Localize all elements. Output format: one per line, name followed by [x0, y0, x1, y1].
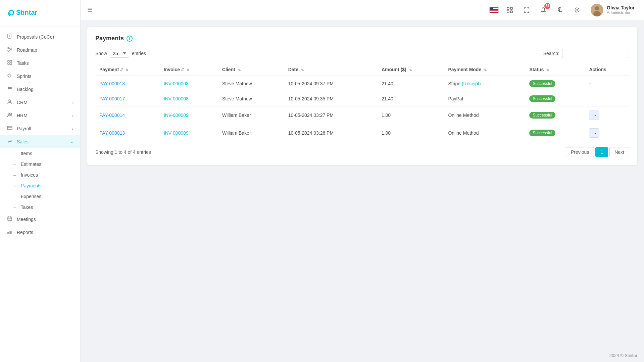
- entries-select[interactable]: 25 10 50 100: [110, 49, 129, 58]
- sidebar-item-payroll[interactable]: Payroll ›: [0, 122, 80, 135]
- sub-dash-icon: –: [13, 183, 16, 188]
- crm-icon: [7, 99, 13, 105]
- settings-gear-icon[interactable]: [571, 4, 583, 16]
- svg-rect-26: [510, 7, 512, 9]
- apps-grid-icon[interactable]: [504, 4, 515, 16]
- user-info: Olivia Taylor Administrator: [607, 5, 635, 15]
- cell-payment-mode: Online Method: [444, 106, 525, 124]
- cell-invoice-num: INV-000008: [160, 76, 218, 91]
- table-row: PAY-000014 INV-000009 William Baker 10-0…: [95, 106, 629, 124]
- receipt-link[interactable]: (Receipt): [462, 81, 481, 86]
- sidebar-sub-item-payments-label: Payments: [21, 183, 42, 188]
- pagination: Previous 1 Next: [566, 147, 629, 157]
- info-icon[interactable]: i: [127, 36, 133, 42]
- sidebar-item-sales[interactable]: Sales ⌄: [0, 135, 80, 148]
- cell-actions: -: [585, 76, 629, 91]
- expand-icon[interactable]: [521, 4, 532, 16]
- sidebar-item-hrm[interactable]: HRM ›: [0, 109, 80, 122]
- payment-link[interactable]: PAY-000017: [99, 96, 125, 101]
- sort-icon[interactable]: ⇅: [546, 68, 549, 72]
- col-client: Client ⇅: [218, 63, 284, 76]
- sidebar-item-tasks-label: Tasks: [17, 60, 29, 66]
- sidebar-item-proposals[interactable]: Proposals (CoCo): [0, 30, 80, 43]
- show-label: Show: [95, 51, 107, 56]
- sidebar-item-sales-label: Sales: [17, 139, 29, 144]
- showing-entries-text: Showing 1 to 4 of 4 entries: [95, 149, 151, 155]
- next-button[interactable]: Next: [609, 147, 629, 157]
- notification-bell-icon[interactable]: 54: [538, 4, 549, 16]
- sidebar-item-tasks[interactable]: Tasks: [0, 56, 80, 70]
- sub-dash-icon: –: [13, 151, 16, 156]
- sidebar-item-crm[interactable]: CRM ›: [0, 96, 80, 109]
- status-badge: Successful: [529, 112, 555, 119]
- sort-icon[interactable]: ⇅: [126, 68, 128, 72]
- sidebar-item-backlog[interactable]: Backlog: [0, 83, 80, 96]
- svg-point-4: [8, 47, 9, 49]
- search-input[interactable]: [562, 49, 629, 58]
- sort-icon[interactable]: ⇅: [409, 68, 412, 72]
- sort-icon[interactable]: ⇅: [484, 68, 487, 72]
- table-footer: Showing 1 to 4 of 4 entries Previous 1 N…: [95, 147, 629, 157]
- dark-mode-icon[interactable]: [554, 4, 566, 16]
- action-menu-button[interactable]: ···: [589, 128, 599, 138]
- cell-status: Successful: [525, 76, 585, 91]
- cell-amount: 21.40: [378, 91, 444, 106]
- cell-payment-mode: PayPal: [444, 91, 525, 106]
- status-badge: Successful: [529, 80, 555, 87]
- cell-amount: 1.00: [378, 106, 444, 124]
- action-menu-button[interactable]: ···: [589, 110, 599, 120]
- invoice-link[interactable]: INV-000009: [164, 112, 189, 118]
- cell-payment-num: PAY-000013: [95, 124, 160, 142]
- cell-client: William Baker: [218, 124, 284, 142]
- language-flag-icon[interactable]: [489, 7, 499, 13]
- svg-point-33: [593, 11, 601, 16]
- page-1-button[interactable]: 1: [595, 147, 608, 157]
- sidebar-sub-item-items[interactable]: – Items: [0, 148, 80, 159]
- sidebar-item-reports[interactable]: Reports: [0, 226, 80, 239]
- copyright-text: 2024 © Stintar: [609, 353, 637, 358]
- svg-rect-15: [8, 90, 12, 90]
- previous-button[interactable]: Previous: [566, 147, 594, 157]
- sidebar-sub-item-expenses[interactable]: – Expenses: [0, 191, 80, 202]
- search-area: Search:: [543, 49, 629, 58]
- payments-card: Payments i Show 25 10 50 100 entries Sea…: [87, 27, 637, 165]
- search-label: Search:: [543, 51, 559, 56]
- payment-link[interactable]: PAY-000013: [99, 130, 125, 136]
- cell-payment-num: PAY-000014: [95, 106, 160, 124]
- svg-rect-14: [8, 88, 12, 89]
- menu-toggle-icon[interactable]: ☰: [87, 6, 93, 14]
- sidebar-sub-item-invoices-label: Invoices: [21, 172, 38, 178]
- status-badge: Successful: [529, 95, 555, 102]
- payment-link[interactable]: PAY-000018: [99, 81, 125, 86]
- payment-link[interactable]: PAY-000014: [99, 112, 125, 118]
- cell-invoice-num: INV-000009: [160, 106, 218, 124]
- user-profile[interactable]: Olivia Taylor Administrator: [588, 2, 637, 18]
- payments-table: Payment # ⇅ Invoice # ⇅ Client ⇅ Date: [95, 63, 629, 142]
- sidebar-item-sprints[interactable]: Sprints: [0, 70, 80, 83]
- svg-line-7: [9, 48, 10, 49]
- table-header: Payment # ⇅ Invoice # ⇅ Client ⇅ Date: [95, 63, 629, 76]
- invoice-link[interactable]: INV-000009: [164, 130, 189, 136]
- cell-payment-num: PAY-000017: [95, 91, 160, 106]
- sidebar-sub-item-payments[interactable]: – Payments: [0, 180, 80, 191]
- svg-rect-27: [507, 11, 509, 13]
- sort-icon[interactable]: ⇅: [187, 68, 189, 72]
- avatar: [591, 4, 603, 16]
- sidebar-sub-item-invoices[interactable]: – Invoices: [0, 170, 80, 180]
- sort-icon[interactable]: ⇅: [301, 68, 304, 72]
- sidebar-item-meetings[interactable]: Meetings: [0, 213, 80, 226]
- sidebar-item-backlog-label: Backlog: [17, 87, 34, 92]
- sort-icon[interactable]: ⇅: [238, 68, 241, 72]
- svg-rect-10: [10, 60, 12, 62]
- svg-rect-28: [510, 11, 512, 13]
- invoice-link[interactable]: INV-000008: [164, 96, 189, 101]
- sidebar-item-roadmap[interactable]: Roadmap: [0, 43, 80, 56]
- sprints-icon: [7, 73, 13, 79]
- sidebar-sub-item-estimates-label: Estimates: [21, 162, 41, 167]
- show-entries: Show 25 10 50 100 entries: [95, 49, 146, 58]
- entries-label: entries: [132, 51, 146, 56]
- sidebar-sub-item-taxes[interactable]: – Taxes: [0, 202, 80, 213]
- invoice-link[interactable]: INV-000008: [164, 81, 189, 86]
- svg-point-32: [595, 6, 599, 10]
- sidebar-sub-item-estimates[interactable]: – Estimates: [0, 159, 80, 170]
